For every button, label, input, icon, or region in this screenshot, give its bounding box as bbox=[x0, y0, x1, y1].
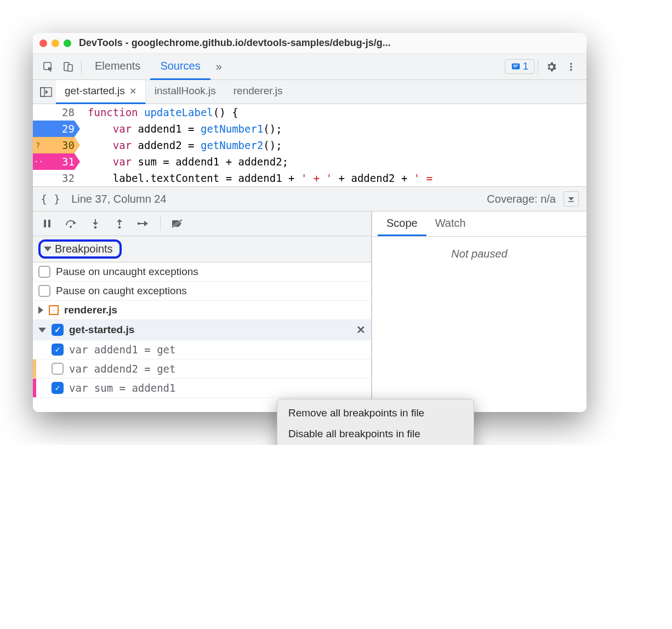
breakpoint-file-label: renderer.js bbox=[64, 304, 117, 316]
breakpoints-section-header[interactable]: Breakpoints bbox=[33, 236, 371, 262]
checkbox-checked-icon[interactable] bbox=[52, 382, 64, 394]
pause-caught-label: Pause on caught exceptions bbox=[56, 285, 187, 297]
cursor-position: Line 37, Column 24 bbox=[71, 193, 166, 205]
breakpoint-code: var addend1 = get bbox=[69, 344, 175, 356]
svg-rect-2 bbox=[68, 65, 72, 71]
file-tab-renderer[interactable]: renderer.js bbox=[225, 80, 292, 104]
step-over-icon[interactable] bbox=[60, 215, 82, 232]
ctx-disable-all-in-file[interactable]: Disable all breakpoints in file bbox=[277, 424, 474, 444]
debugger-right-panel: Scope Watch Not paused bbox=[372, 211, 586, 412]
breakpoints-context-menu: Remove all breakpoints in file Disable a… bbox=[277, 399, 474, 445]
devtools-window: DevTools - googlechrome.github.io/devtoo… bbox=[33, 33, 586, 412]
breakpoint-item[interactable]: var addend2 = get bbox=[33, 359, 371, 379]
navigator-toggle-icon[interactable] bbox=[36, 82, 56, 102]
more-tabs-icon[interactable]: » bbox=[210, 60, 227, 73]
disclosure-triangle-icon[interactable] bbox=[38, 328, 46, 333]
file-tab-label: installHook.js bbox=[155, 85, 216, 97]
line-gutter[interactable]: 28 29 ?30 ··31 32 bbox=[33, 104, 80, 186]
maximize-window-button[interactable] bbox=[64, 39, 71, 47]
step-into-icon[interactable] bbox=[84, 215, 106, 232]
inspect-element-icon[interactable] bbox=[38, 57, 58, 77]
close-window-button[interactable] bbox=[39, 39, 47, 47]
divider bbox=[538, 60, 538, 74]
coverage-status: Coverage: n/a bbox=[487, 193, 556, 205]
disclosure-triangle-icon[interactable] bbox=[38, 306, 43, 314]
minimize-window-button[interactable] bbox=[52, 39, 59, 47]
window-controls bbox=[39, 39, 71, 47]
step-icon[interactable] bbox=[133, 215, 155, 232]
breakpoint-code: var sum = addend1 bbox=[69, 382, 175, 394]
svg-point-8 bbox=[570, 68, 572, 71]
titlebar: DevTools - googlechrome.github.io/devtoo… bbox=[33, 33, 586, 54]
breakpoint-item[interactable]: var addend1 = get bbox=[33, 340, 371, 359]
ctx-remove-all-in-file[interactable]: Remove all breakpoints in file bbox=[277, 403, 474, 424]
line-number[interactable]: 32 bbox=[33, 170, 80, 186]
file-tab-label: renderer.js bbox=[234, 85, 283, 97]
file-tab-get-started[interactable]: get-started.js ✕ bbox=[56, 80, 146, 104]
svg-rect-12 bbox=[44, 220, 46, 227]
breakpoints-label: Breakpoints bbox=[55, 243, 113, 255]
checkbox-unchecked-icon[interactable] bbox=[38, 285, 50, 297]
checkbox-unchecked-icon[interactable] bbox=[52, 363, 64, 375]
window-title: DevTools - googlechrome.github.io/devtoo… bbox=[79, 37, 391, 49]
svg-rect-3 bbox=[512, 63, 520, 69]
line-number-breakpoint[interactable]: 29 bbox=[33, 121, 80, 137]
editor-statusbar: { } Line 37, Column 24 Coverage: n/a bbox=[33, 186, 586, 211]
checkbox-checked-icon[interactable] bbox=[52, 344, 64, 356]
editor-dropdown-icon[interactable] bbox=[563, 191, 579, 207]
line-number-logpoint[interactable]: ··31 bbox=[33, 153, 80, 170]
debugger-left-panel: Breakpoints Pause on uncaught exceptions… bbox=[33, 211, 372, 412]
checkbox-unchecked-icon[interactable] bbox=[38, 266, 50, 278]
svg-point-17 bbox=[138, 222, 140, 225]
tab-watch[interactable]: Watch bbox=[426, 211, 475, 236]
not-paused-message: Not paused bbox=[372, 237, 586, 271]
main-panel-tabs: Elements Sources » 1 bbox=[33, 54, 586, 80]
ctx-enable-all-in-file[interactable]: Enable all breakpoints in file bbox=[277, 444, 474, 445]
svg-point-14 bbox=[70, 226, 72, 228]
svg-point-15 bbox=[94, 226, 97, 229]
issues-button[interactable]: 1 bbox=[505, 59, 534, 74]
line-number[interactable]: 28 bbox=[33, 104, 80, 121]
svg-rect-5 bbox=[513, 66, 516, 67]
svg-rect-13 bbox=[48, 220, 50, 227]
pretty-print-icon[interactable]: { } bbox=[41, 192, 66, 205]
pause-caught-exceptions-checkbox[interactable]: Pause on caught exceptions bbox=[33, 282, 371, 301]
kebab-menu-icon[interactable] bbox=[561, 57, 581, 77]
code-editor[interactable]: 28 29 ?30 ··31 32 function updateLabel()… bbox=[33, 104, 586, 186]
breakpoint-file-group-renderer[interactable]: renderer.js bbox=[33, 301, 371, 320]
remove-group-icon[interactable]: ✕ bbox=[356, 323, 366, 336]
deactivate-breakpoints-icon[interactable] bbox=[166, 215, 188, 232]
device-toolbar-icon[interactable] bbox=[58, 57, 78, 77]
pause-uncaught-label: Pause on uncaught exceptions bbox=[56, 266, 198, 278]
breakpoint-file-group-get-started[interactable]: get-started.js ✕ bbox=[33, 320, 371, 340]
disclosure-triangle-icon[interactable] bbox=[44, 247, 52, 251]
js-file-icon bbox=[49, 305, 59, 315]
pause-uncaught-exceptions-checkbox[interactable]: Pause on uncaught exceptions bbox=[33, 262, 371, 282]
issues-count: 1 bbox=[523, 61, 528, 72]
debugger-body: Breakpoints Pause on uncaught exceptions… bbox=[33, 211, 586, 412]
tab-elements[interactable]: Elements bbox=[85, 54, 150, 80]
file-tab-installhook[interactable]: installHook.js bbox=[146, 80, 225, 104]
close-tab-icon[interactable]: ✕ bbox=[129, 86, 136, 96]
debug-toolbar bbox=[33, 211, 371, 236]
divider bbox=[160, 216, 161, 231]
svg-rect-11 bbox=[568, 201, 574, 202]
file-tabs: get-started.js ✕ installHook.js renderer… bbox=[33, 80, 586, 104]
settings-icon[interactable] bbox=[542, 57, 561, 77]
code-area[interactable]: function updateLabel() { var addend1 = g… bbox=[80, 104, 432, 186]
line-number-conditional-breakpoint[interactable]: ?30 bbox=[33, 137, 80, 153]
divider bbox=[81, 60, 82, 74]
step-out-icon[interactable] bbox=[109, 215, 130, 232]
tab-sources[interactable]: Sources bbox=[150, 54, 210, 80]
svg-point-16 bbox=[118, 226, 121, 229]
breakpoint-item[interactable]: var sum = addend1 bbox=[33, 379, 371, 398]
scope-watch-tabs: Scope Watch bbox=[372, 211, 586, 237]
tab-scope[interactable]: Scope bbox=[378, 211, 426, 236]
svg-rect-10 bbox=[41, 88, 44, 96]
svg-point-6 bbox=[570, 62, 572, 65]
checkbox-checked-icon[interactable] bbox=[52, 324, 64, 336]
svg-rect-4 bbox=[513, 65, 518, 65]
pause-icon[interactable] bbox=[36, 215, 58, 232]
breakpoint-file-label: get-started.js bbox=[69, 324, 134, 336]
svg-point-7 bbox=[570, 66, 572, 68]
